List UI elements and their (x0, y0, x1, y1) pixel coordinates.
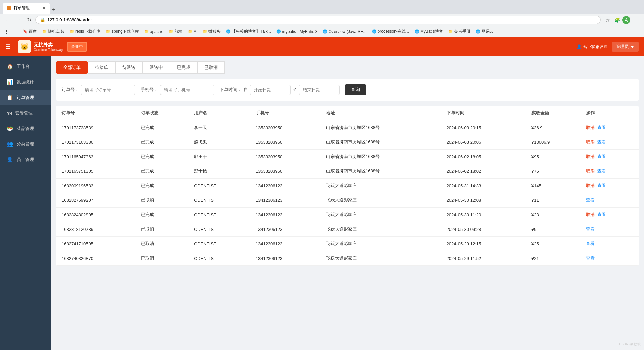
cell-action: 查看 (580, 222, 639, 237)
bookmark-star-icon[interactable]: ☆ (603, 16, 612, 24)
cell-time: 2024-06-03 20:15 (441, 120, 526, 135)
view-action[interactable]: 查看 (586, 197, 595, 203)
bookmark-apache[interactable]: 📁 apache (142, 28, 165, 35)
bookmark-blog[interactable]: 🌐 【松校的博客】Talk... (224, 28, 273, 35)
bookmark-netease[interactable]: 🌐 网易云 (474, 28, 496, 35)
cancel-action[interactable]: 取消 (586, 212, 595, 217)
refresh-button[interactable]: ↻ (26, 15, 33, 24)
cell-amount: ¥75 (526, 164, 580, 179)
new-tab-button[interactable]: + (50, 6, 58, 14)
bookmark-processon[interactable]: 🌐 processon-在线... (370, 28, 411, 35)
cancel-action[interactable]: 取消 (586, 125, 595, 130)
bookmark-mybatis-blog[interactable]: 🌐 MyBatis博客 (413, 28, 445, 35)
sidebar-label: 订单管理 (17, 95, 34, 101)
bookmark-ref[interactable]: 📁 参考手册 (446, 28, 472, 35)
tab-pending-deliver[interactable]: 待派送 (115, 61, 143, 74)
sidebar-item-stats[interactable]: 📊 数据统计 (0, 74, 51, 90)
bookmark-microservice[interactable]: 📁 微服务 (201, 28, 223, 35)
search-button[interactable]: 查询 (345, 84, 366, 95)
cell-order-no: 1682741710595 (56, 237, 135, 251)
cell-order-no: 1682824802805 (56, 208, 135, 222)
sidebar-item-staff[interactable]: 👤 员工管理 (0, 152, 51, 167)
tab-pending-accept[interactable]: 待接单 (88, 61, 115, 74)
table-body: 1701173728539 已完成 李一天 13533203950 山东省济南市… (56, 120, 639, 266)
cell-username: ODENTIST (189, 208, 250, 222)
cell-username: 彭于艳 (189, 164, 250, 179)
tab-close-btn[interactable]: ✕ (42, 5, 46, 11)
bookmark-frontend[interactable]: 📁 前端 (167, 28, 184, 35)
bookmark-java[interactable]: 🌐 Overview (Java SE... (321, 28, 368, 35)
sidebar-item-dishes[interactable]: 🥗 菜品管理 (0, 121, 51, 136)
cancel-action[interactable]: 取消 (586, 154, 595, 159)
phone-input[interactable] (160, 85, 214, 95)
view-action[interactable]: 查看 (597, 139, 606, 144)
date-start-input[interactable] (250, 85, 291, 95)
sidebar-item-categories[interactable]: 👥 分类管理 (0, 136, 51, 152)
cell-action: 查看 (580, 237, 639, 251)
order-no-input[interactable] (81, 85, 135, 95)
cell-time: 2024-05-30 12:08 (441, 193, 526, 208)
view-action[interactable]: 查看 (597, 183, 606, 188)
cell-action: 取消查看 (580, 179, 639, 193)
sidebar-label: 套餐管理 (15, 110, 33, 116)
logo-main-text: 无忧外卖 (34, 42, 63, 48)
folder-icon: 📁 (203, 29, 207, 34)
view-action[interactable]: 查看 (597, 154, 606, 159)
view-action[interactable]: 查看 (597, 125, 606, 130)
app-header: ☰ 🐱 无忧外卖 Carefree Takeaway 营业中 👤 营业状态设置 … (0, 37, 644, 56)
admin-dropdown[interactable]: 管理员 ▼ (612, 42, 639, 52)
col-amount: 实收金额 (526, 106, 580, 120)
sidebar-toggle-icon[interactable]: ☰ (5, 43, 11, 50)
cell-time: 2024-06-02 18:02 (441, 164, 526, 179)
dropdown-arrow-icon: ▼ (630, 44, 635, 49)
cell-phone: 13533203950 (250, 164, 321, 179)
address-bar[interactable]: 🔒 (35, 16, 601, 24)
biz-status-setting[interactable]: 👤 营业状态设置 (577, 44, 608, 50)
cancel-action[interactable]: 取消 (586, 139, 595, 144)
cell-order-no: 1683009196583 (56, 179, 135, 193)
view-action[interactable]: 查看 (586, 241, 595, 246)
extensions-icon[interactable]: 🧩 (613, 16, 621, 24)
table-row: 1683009196583 已完成 ODENTIST 13412306123 飞… (56, 179, 639, 193)
tab-all-orders[interactable]: 全部订单 (56, 61, 88, 74)
view-action[interactable]: 查看 (597, 168, 606, 173)
web-icon: 🌐 (323, 29, 327, 34)
table-row: 1682827699207 已取消 ODENTIST 13412306123 飞… (56, 193, 639, 208)
bookmark-baidu[interactable]: 🔖 百度 (21, 28, 39, 35)
tab-cancelled[interactable]: 已取消 (197, 61, 225, 74)
bookmark-spring[interactable]: 📁 spring下载仓库 (104, 28, 141, 35)
menu-icon[interactable]: ⋮ (632, 16, 640, 24)
sidebar-item-orders[interactable]: 📋 订单管理 (0, 90, 51, 105)
col-time: 下单时间 (441, 106, 526, 120)
status-button[interactable]: 营业中 (67, 42, 87, 52)
tab-completed[interactable]: 已完成 (170, 61, 197, 74)
bookmark-redis[interactable]: 📁 redis下载仓库 (68, 28, 102, 35)
bookmark-mybatis[interactable]: 🌐 mybatis - MyBatis 3 (274, 28, 320, 35)
cell-username: ODENTIST (189, 179, 250, 193)
folder-icon: 📁 (448, 29, 453, 34)
bookmark-ai[interactable]: 📁 AI (186, 28, 199, 35)
back-button[interactable]: ← (4, 16, 12, 24)
cell-order-no: 1701165947363 (56, 150, 135, 164)
apps-icon[interactable]: ⋮⋮⋮ (3, 29, 20, 34)
forward-button[interactable]: → (15, 16, 23, 24)
cancel-action[interactable]: 取消 (586, 168, 595, 173)
cell-phone: 13412306123 (250, 222, 321, 237)
sidebar-item-workbench[interactable]: 🏠 工作台 (0, 59, 51, 74)
view-action[interactable]: 查看 (597, 212, 606, 217)
tab-delivering[interactable]: 派送中 (143, 61, 170, 74)
cancel-action[interactable]: 取消 (586, 183, 595, 188)
date-end-input[interactable] (299, 85, 340, 95)
col-action: 操作 (580, 106, 639, 120)
sidebar-item-packages[interactable]: 🍽 套餐管理 (0, 105, 51, 121)
view-action[interactable]: 查看 (586, 226, 595, 232)
address-input[interactable] (47, 17, 596, 22)
active-tab[interactable]: 订单管理 ✕ (3, 3, 50, 14)
table-row: 1682824802805 已完成 ODENTIST 13412306123 飞… (56, 208, 639, 222)
browser-tabs: 订单管理 ✕ + (3, 0, 58, 14)
logo-sub-text: Carefree Takeaway (34, 48, 63, 52)
view-action[interactable]: 查看 (586, 255, 595, 261)
profile-icon[interactable]: A (622, 16, 630, 24)
bookmark-random[interactable]: 📁 随机点名 (40, 28, 66, 35)
cell-username: ODENTIST (189, 193, 250, 208)
